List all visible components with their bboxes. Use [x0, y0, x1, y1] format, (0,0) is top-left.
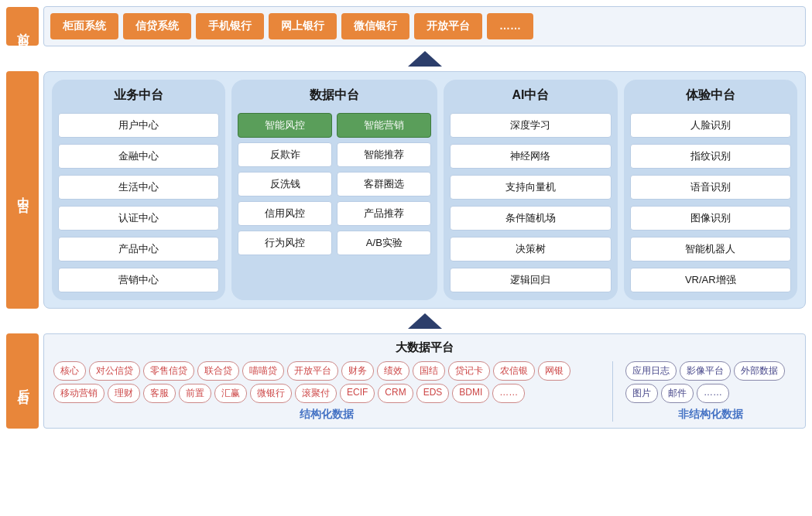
- structured-tag: 移动营销: [53, 384, 104, 403]
- houtai-inner: 核心 对公信贷 零售信贷 联合贷 喵喵贷 开放平台 财务 绩效 国结 贷记卡 农…: [53, 361, 796, 422]
- structured-tag: 对公信贷: [89, 361, 140, 381]
- qiantai-item: 开放平台: [414, 13, 482, 39]
- zhongtai-label: 中台: [6, 71, 39, 309]
- svg-marker-1: [408, 313, 442, 329]
- shuju-item-white: 产品推荐: [337, 201, 431, 226]
- ai-zhongtai-section: AI中台 深度学习 神经网络 支持向量机 条件随机场 决策树 逻辑回归: [444, 80, 617, 300]
- structured-tag: 农信银: [493, 361, 535, 381]
- unstructured-row2: 图片 邮件 ……: [625, 384, 796, 403]
- tiyan-item: VR/AR增强: [630, 268, 791, 292]
- structured-tag: 客服: [143, 384, 176, 403]
- structured-tag: 零售信贷: [143, 361, 194, 381]
- main-container: 前台 柜面系统 信贷系统 手机银行 网上银行 微信银行 开放平台 …… 中台 业…: [0, 0, 812, 516]
- zhongtai-row: 中台 业务中台 用户中心 金融中心 生活中心 认证中心 产品中心 营销中心 数据…: [6, 71, 806, 309]
- structured-tag: 绩效: [377, 361, 409, 381]
- structured-tag: CRM: [378, 384, 413, 403]
- unstructured-label: 非结构化数据: [625, 408, 796, 422]
- unstructured-tag: 邮件: [661, 384, 694, 403]
- structured-tag: ECIF: [340, 384, 375, 403]
- qiantai-item: 网上银行: [269, 13, 337, 39]
- tiyan-item: 智能机器人: [630, 237, 791, 261]
- shuju-item-white: 客群圈选: [337, 172, 431, 196]
- arrow-down-2: [43, 313, 806, 329]
- shuju-zhongtai-section: 数据中台 智能风控 反欺诈 反洗钱 信用风控 行为风控 智能营销 智能推荐 客群…: [231, 80, 437, 300]
- structured-label: 结构化数据: [53, 408, 600, 422]
- structured-tag: ……: [492, 384, 525, 403]
- shuju-item-green: 智能风控: [238, 113, 332, 138]
- houtai-row: 后台 大数据平台 核心 对公信贷 零售信贷 联合贷 喵喵贷 开放平台 财务 绩效…: [6, 333, 806, 429]
- structured-tag: 微银行: [250, 384, 292, 403]
- qiantai-label: 前台: [6, 7, 39, 46]
- ai-item: 逻辑回归: [450, 268, 611, 292]
- structured-tag: 国结: [413, 361, 445, 381]
- structured-row2: 移动营销 理财 客服 前置 汇赢 微银行 滚聚付 ECIF CRM EDS BD…: [53, 384, 600, 403]
- tiyan-item: 图像识别: [630, 206, 791, 231]
- shuju-title: 数据中台: [310, 87, 359, 104]
- big-data-title: 大数据平台: [53, 340, 796, 355]
- structured-tag: BDMI: [452, 384, 489, 403]
- ai-item: 决策树: [450, 237, 611, 261]
- yewu-item: 产品中心: [58, 237, 219, 261]
- qiantai-row: 前台 柜面系统 信贷系统 手机银行 网上银行 微信银行 开放平台 ……: [6, 6, 806, 46]
- shuju-col1: 智能风控 反欺诈 反洗钱 信用风控 行为风控: [238, 113, 332, 255]
- shuju-item-white: A/B实验: [337, 231, 431, 255]
- yewu-title: 业务中台: [114, 87, 163, 104]
- svg-marker-0: [408, 51, 442, 67]
- tiyan-title: 体验中台: [686, 87, 735, 104]
- qiantai-item: ……: [487, 13, 533, 39]
- shuju-item-white: 反洗钱: [238, 172, 332, 196]
- structured-tag: 联合贷: [197, 361, 239, 381]
- structured-tag: 网银: [538, 361, 570, 381]
- ai-title: AI中台: [512, 87, 549, 104]
- shuju-item-green: 智能营销: [337, 113, 431, 138]
- unstructured-tag: ……: [697, 384, 729, 403]
- qiantai-items: 柜面系统 信贷系统 手机银行 网上银行 微信银行 开放平台 ……: [43, 6, 806, 46]
- yewu-zhongtai-section: 业务中台 用户中心 金融中心 生活中心 认证中心 产品中心 营销中心: [52, 80, 225, 300]
- unstructured-data-section: 应用日志 影像平台 外部数据 图片 邮件 …… 非结构化数据: [625, 361, 796, 422]
- qiantai-item: 手机银行: [196, 13, 264, 39]
- zhongtai-content: 业务中台 用户中心 金融中心 生活中心 认证中心 产品中心 营销中心 数据中台 …: [43, 71, 806, 309]
- structured-row1: 核心 对公信贷 零售信贷 联合贷 喵喵贷 开放平台 财务 绩效 国结 贷记卡 农…: [53, 361, 600, 381]
- structured-tag: 核心: [53, 361, 86, 381]
- structured-tag: 前置: [179, 384, 211, 403]
- shuju-item-white: 智能推荐: [337, 142, 431, 167]
- unstructured-row1: 应用日志 影像平台 外部数据: [625, 361, 796, 381]
- tiyan-zhongtai-section: 体验中台 人脸识别 指纹识别 语音识别 图像识别 智能机器人 VR/AR增强: [624, 80, 797, 300]
- structured-tag: 喵喵贷: [242, 361, 284, 381]
- shuju-item-white: 信用风控: [238, 201, 332, 226]
- tiyan-item: 人脸识别: [630, 113, 791, 138]
- houtai-label: 后台: [6, 333, 39, 429]
- unstructured-tag: 影像平台: [680, 361, 731, 381]
- structured-tag: 贷记卡: [448, 361, 490, 381]
- structured-data-section: 核心 对公信贷 零售信贷 联合贷 喵喵贷 开放平台 财务 绩效 国结 贷记卡 农…: [53, 361, 600, 422]
- ai-item: 神经网络: [450, 144, 611, 169]
- qiantai-item: 信贷系统: [123, 13, 191, 39]
- unstructured-tag: 外部数据: [734, 361, 785, 381]
- structured-tag: 财务: [341, 361, 374, 381]
- houtai-content: 大数据平台 核心 对公信贷 零售信贷 联合贷 喵喵贷 开放平台 财务 绩效 国结…: [43, 333, 806, 429]
- structured-tag: 理财: [108, 384, 140, 403]
- yewu-item: 用户中心: [58, 113, 219, 138]
- qiantai-item: 柜面系统: [50, 13, 118, 39]
- ai-item: 支持向量机: [450, 175, 611, 200]
- shuju-inner: 智能风控 反欺诈 反洗钱 信用风控 行为风控 智能营销 智能推荐 客群圈选 产品…: [238, 113, 431, 255]
- shuju-item-white: 行为风控: [238, 231, 332, 255]
- yewu-item: 营销中心: [58, 268, 219, 292]
- shuju-item-white: 反欺诈: [238, 142, 332, 167]
- qiantai-item: 微信银行: [341, 13, 409, 39]
- tiyan-item: 语音识别: [630, 175, 791, 200]
- yewu-item: 生活中心: [58, 175, 219, 200]
- ai-item: 深度学习: [450, 113, 611, 138]
- divider: [612, 361, 613, 422]
- tiyan-item: 指纹识别: [630, 144, 791, 169]
- structured-tag: EDS: [416, 384, 450, 403]
- arrow-down-1: [43, 51, 806, 67]
- unstructured-tag: 应用日志: [625, 361, 677, 381]
- yewu-item: 金融中心: [58, 144, 219, 169]
- unstructured-tag: 图片: [625, 384, 658, 403]
- structured-tag: 开放平台: [287, 361, 338, 381]
- structured-tag: 滚聚付: [295, 384, 337, 403]
- ai-item: 条件随机场: [450, 206, 611, 231]
- shuju-col2: 智能营销 智能推荐 客群圈选 产品推荐 A/B实验: [337, 113, 431, 255]
- structured-tag: 汇赢: [214, 384, 247, 403]
